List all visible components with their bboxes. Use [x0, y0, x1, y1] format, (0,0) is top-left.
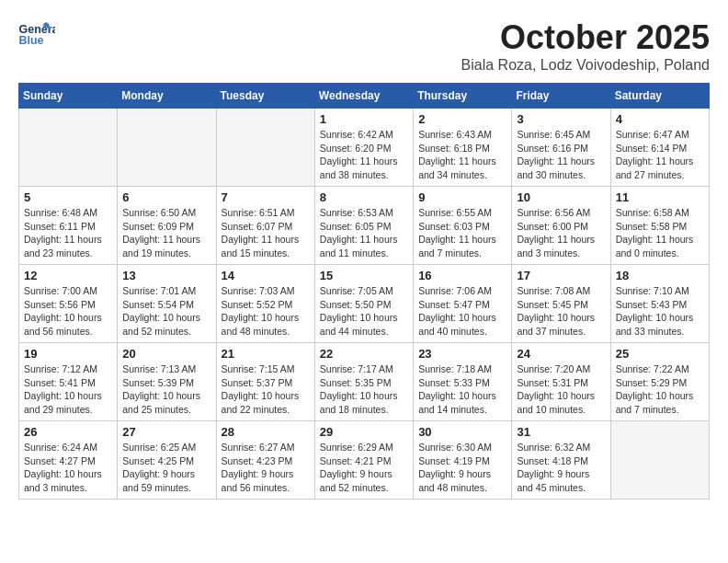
- day-info: Sunrise: 6:55 AM Sunset: 6:03 PM Dayligh…: [418, 206, 506, 260]
- calendar-cell: 26Sunrise: 6:24 AM Sunset: 4:27 PM Dayli…: [19, 421, 118, 500]
- weekday-header-wednesday: Wednesday: [314, 84, 413, 109]
- title-block: October 2025 Biala Roza, Lodz Voivodeshi…: [461, 18, 710, 74]
- day-info: Sunrise: 7:06 AM Sunset: 5:47 PM Dayligh…: [418, 284, 506, 339]
- calendar-cell: 16Sunrise: 7:06 AM Sunset: 5:47 PM Dayli…: [414, 265, 512, 343]
- day-number: 5: [24, 190, 112, 204]
- day-info: Sunrise: 7:13 AM Sunset: 5:39 PM Dayligh…: [122, 362, 210, 417]
- day-info: Sunrise: 7:00 AM Sunset: 5:56 PM Dayligh…: [24, 284, 112, 339]
- calendar-week-row: 26Sunrise: 6:24 AM Sunset: 4:27 PM Dayli…: [19, 421, 710, 500]
- calendar-cell: [610, 421, 709, 500]
- calendar-cell: 9Sunrise: 6:55 AM Sunset: 6:03 PM Daylig…: [414, 187, 512, 265]
- calendar-cell: 6Sunrise: 6:50 AM Sunset: 6:09 PM Daylig…: [118, 187, 216, 265]
- calendar-cell: 2Sunrise: 6:43 AM Sunset: 6:18 PM Daylig…: [414, 109, 512, 187]
- day-info: Sunrise: 7:22 AM Sunset: 5:29 PM Dayligh…: [616, 362, 704, 417]
- calendar-cell: 17Sunrise: 7:08 AM Sunset: 5:45 PM Dayli…: [512, 265, 610, 343]
- day-info: Sunrise: 6:53 AM Sunset: 6:05 PM Dayligh…: [320, 206, 408, 260]
- day-number: 18: [616, 269, 704, 282]
- day-info: Sunrise: 7:20 AM Sunset: 5:31 PM Dayligh…: [517, 362, 605, 417]
- day-number: 17: [517, 269, 605, 282]
- day-number: 7: [222, 190, 310, 204]
- day-info: Sunrise: 6:47 AM Sunset: 6:14 PM Dayligh…: [616, 128, 704, 182]
- day-number: 6: [122, 190, 210, 204]
- day-info: Sunrise: 6:50 AM Sunset: 6:09 PM Dayligh…: [122, 206, 210, 260]
- calendar-cell: [216, 109, 314, 187]
- day-info: Sunrise: 6:51 AM Sunset: 6:07 PM Dayligh…: [222, 206, 310, 260]
- day-info: Sunrise: 7:08 AM Sunset: 5:45 PM Dayligh…: [517, 284, 605, 339]
- calendar-cell: 23Sunrise: 7:18 AM Sunset: 5:33 PM Dayli…: [414, 343, 512, 421]
- day-number: 1: [320, 112, 408, 126]
- calendar-cell: 11Sunrise: 6:58 AM Sunset: 5:58 PM Dayli…: [610, 187, 709, 265]
- day-info: Sunrise: 6:24 AM Sunset: 4:27 PM Dayligh…: [24, 441, 112, 495]
- weekday-header-sunday: Sunday: [19, 84, 118, 109]
- day-number: 25: [616, 347, 704, 361]
- day-info: Sunrise: 7:01 AM Sunset: 5:54 PM Dayligh…: [122, 284, 210, 339]
- day-info: Sunrise: 6:30 AM Sunset: 4:19 PM Dayligh…: [418, 441, 506, 495]
- calendar-cell: 21Sunrise: 7:15 AM Sunset: 5:37 PM Dayli…: [216, 343, 314, 421]
- calendar-cell: 4Sunrise: 6:47 AM Sunset: 6:14 PM Daylig…: [610, 109, 709, 187]
- day-number: 20: [122, 347, 210, 361]
- svg-text:Blue: Blue: [19, 34, 44, 47]
- calendar-cell: 1Sunrise: 6:42 AM Sunset: 6:20 PM Daylig…: [314, 109, 413, 187]
- calendar-cell: 19Sunrise: 7:12 AM Sunset: 5:41 PM Dayli…: [19, 343, 118, 421]
- day-info: Sunrise: 7:03 AM Sunset: 5:52 PM Dayligh…: [222, 284, 310, 339]
- day-info: Sunrise: 7:05 AM Sunset: 5:50 PM Dayligh…: [320, 284, 408, 339]
- day-number: 4: [616, 112, 704, 126]
- day-info: Sunrise: 7:12 AM Sunset: 5:41 PM Dayligh…: [24, 362, 112, 417]
- day-number: 11: [616, 190, 704, 204]
- day-info: Sunrise: 7:15 AM Sunset: 5:37 PM Dayligh…: [222, 362, 310, 417]
- day-number: 13: [122, 269, 210, 282]
- calendar-cell: 15Sunrise: 7:05 AM Sunset: 5:50 PM Dayli…: [314, 265, 413, 343]
- day-number: 16: [418, 269, 506, 282]
- day-info: Sunrise: 6:45 AM Sunset: 6:16 PM Dayligh…: [517, 128, 605, 182]
- calendar-cell: 25Sunrise: 7:22 AM Sunset: 5:29 PM Dayli…: [610, 343, 709, 421]
- weekday-header-tuesday: Tuesday: [216, 84, 314, 109]
- calendar-header-row: SundayMondayTuesdayWednesdayThursdayFrid…: [19, 84, 710, 109]
- day-info: Sunrise: 6:42 AM Sunset: 6:20 PM Dayligh…: [320, 128, 408, 182]
- day-info: Sunrise: 6:43 AM Sunset: 6:18 PM Dayligh…: [418, 128, 506, 182]
- month-title: October 2025: [461, 18, 710, 57]
- location-title: Biala Roza, Lodz Voivodeship, Poland: [461, 57, 710, 74]
- day-info: Sunrise: 6:27 AM Sunset: 4:23 PM Dayligh…: [222, 441, 310, 495]
- weekday-header-friday: Friday: [512, 84, 610, 109]
- day-number: 31: [517, 425, 605, 439]
- calendar-cell: 13Sunrise: 7:01 AM Sunset: 5:54 PM Dayli…: [118, 265, 216, 343]
- day-info: Sunrise: 6:48 AM Sunset: 6:11 PM Dayligh…: [24, 206, 112, 260]
- calendar-week-row: 5Sunrise: 6:48 AM Sunset: 6:11 PM Daylig…: [19, 187, 710, 265]
- calendar-cell: 10Sunrise: 6:56 AM Sunset: 6:00 PM Dayli…: [512, 187, 610, 265]
- calendar-cell: 22Sunrise: 7:17 AM Sunset: 5:35 PM Dayli…: [314, 343, 413, 421]
- calendar-cell: 29Sunrise: 6:29 AM Sunset: 4:21 PM Dayli…: [314, 421, 413, 500]
- calendar-cell: [118, 109, 216, 187]
- page-header: General Blue October 2025 Biala Roza, Lo…: [18, 18, 710, 74]
- calendar-week-row: 1Sunrise: 6:42 AM Sunset: 6:20 PM Daylig…: [19, 109, 710, 187]
- day-number: 27: [122, 425, 210, 439]
- calendar-week-row: 19Sunrise: 7:12 AM Sunset: 5:41 PM Dayli…: [19, 343, 710, 421]
- logo-icon: General Blue: [18, 18, 55, 51]
- day-number: 12: [24, 269, 112, 282]
- calendar-cell: 20Sunrise: 7:13 AM Sunset: 5:39 PM Dayli…: [118, 343, 216, 421]
- weekday-header-saturday: Saturday: [610, 84, 709, 109]
- calendar-cell: 5Sunrise: 6:48 AM Sunset: 6:11 PM Daylig…: [19, 187, 118, 265]
- day-info: Sunrise: 6:56 AM Sunset: 6:00 PM Dayligh…: [517, 206, 605, 260]
- day-number: 23: [418, 347, 506, 361]
- calendar-week-row: 12Sunrise: 7:00 AM Sunset: 5:56 PM Dayli…: [19, 265, 710, 343]
- calendar-cell: [19, 109, 118, 187]
- weekday-header-thursday: Thursday: [414, 84, 512, 109]
- calendar-cell: 3Sunrise: 6:45 AM Sunset: 6:16 PM Daylig…: [512, 109, 610, 187]
- day-number: 29: [320, 425, 408, 439]
- day-number: 22: [320, 347, 408, 361]
- day-info: Sunrise: 6:58 AM Sunset: 5:58 PM Dayligh…: [616, 206, 704, 260]
- day-number: 19: [24, 347, 112, 361]
- day-number: 2: [418, 112, 506, 126]
- day-info: Sunrise: 7:10 AM Sunset: 5:43 PM Dayligh…: [616, 284, 704, 339]
- day-number: 21: [222, 347, 310, 361]
- day-number: 3: [517, 112, 605, 126]
- calendar-cell: 28Sunrise: 6:27 AM Sunset: 4:23 PM Dayli…: [216, 421, 314, 500]
- calendar-cell: 31Sunrise: 6:32 AM Sunset: 4:18 PM Dayli…: [512, 421, 610, 500]
- logo: General Blue: [18, 18, 55, 51]
- calendar-cell: 8Sunrise: 6:53 AM Sunset: 6:05 PM Daylig…: [314, 187, 413, 265]
- day-number: 15: [320, 269, 408, 282]
- calendar-cell: 27Sunrise: 6:25 AM Sunset: 4:25 PM Dayli…: [118, 421, 216, 500]
- day-number: 14: [222, 269, 310, 282]
- day-number: 30: [418, 425, 506, 439]
- calendar-cell: 12Sunrise: 7:00 AM Sunset: 5:56 PM Dayli…: [19, 265, 118, 343]
